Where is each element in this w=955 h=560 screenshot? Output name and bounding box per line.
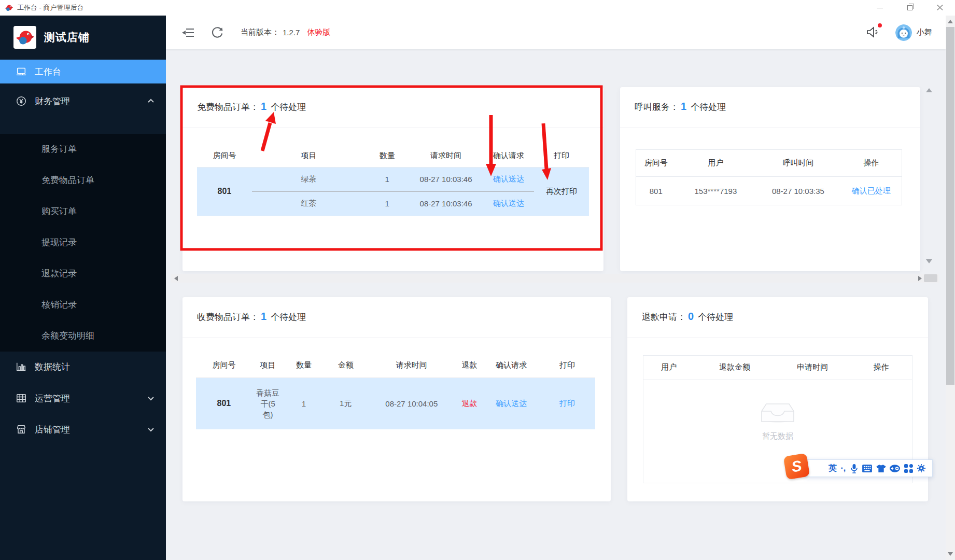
- sidebar-item-writeoff-records[interactable]: 核销记录: [41, 289, 166, 320]
- user-avatar[interactable]: [895, 24, 912, 41]
- close-button[interactable]: [925, 0, 955, 16]
- call-time: 08-27 10:03:35: [755, 177, 840, 205]
- sidebar-item-label: 店铺管理: [35, 424, 70, 436]
- ime-toolbox-icon[interactable]: [904, 464, 913, 473]
- confirm-handled-link[interactable]: 确认已处理: [852, 186, 891, 195]
- empty-text: 暂无数据: [643, 431, 912, 441]
- ime-voice-input-icon[interactable]: [850, 464, 859, 473]
- item-name: 香菇豆干(5包): [252, 377, 284, 429]
- maximize-button[interactable]: [895, 0, 925, 16]
- store-logo: [13, 26, 36, 49]
- pending-count: 1: [261, 101, 266, 113]
- sidebar-item-finance[interactable]: 财务管理: [0, 88, 166, 114]
- ime-keyboard-icon[interactable]: [862, 465, 872, 472]
- horizontal-scroll-thumb[interactable]: [924, 274, 937, 282]
- sidebar-item-statistics[interactable]: 数据统计: [0, 354, 166, 380]
- workbench-icon: [16, 66, 27, 77]
- item-name: 绿茶: [252, 167, 366, 191]
- pending-count: 0: [688, 311, 694, 323]
- app-bird-icon: [5, 4, 13, 12]
- table-header-row: 房间号 项目 数量 金额 请求时间 退款 确认请求 打印: [196, 354, 595, 377]
- confirm-delivery-link[interactable]: 确认送达: [493, 199, 524, 207]
- submenu-label: 提现记录: [41, 237, 77, 247]
- minimize-button[interactable]: [865, 0, 895, 16]
- pane-scroll-up-arrow[interactable]: [926, 88, 932, 92]
- sidebar: 测试店铺 工作台 财务管理 服务订单 免费物品订单 购买订单 提现记录 退款记录…: [0, 16, 166, 560]
- card-title-text: 退款申请：: [642, 311, 686, 323]
- col-confirm: 确认请求: [483, 145, 534, 167]
- free-orders-card: 免费物品订单： 1 个待处理 房间号 项目 数量 请求时间 确认请求 打印 80…: [182, 87, 603, 271]
- version-number: 1.2.7: [283, 28, 300, 37]
- sogou-logo-icon[interactable]: S: [783, 453, 810, 480]
- vertical-scroll-thumb[interactable]: [946, 27, 954, 385]
- sidebar-item-operations[interactable]: 运营管理: [0, 385, 166, 412]
- card-divider: [620, 128, 920, 128]
- table-row: 801 153****7193 08-27 10:03:35 确认已处理: [636, 177, 902, 205]
- ime-toolbar: 英 ·,: [805, 459, 933, 477]
- ime-extension-icon[interactable]: [917, 464, 926, 473]
- username[interactable]: 小舞: [917, 27, 932, 37]
- card-title-text: 呼叫服务：: [635, 101, 679, 113]
- card-divider: [627, 338, 928, 338]
- scroll-up-arrow[interactable]: [948, 20, 953, 23]
- vertical-scrollbar[interactable]: [946, 16, 955, 560]
- ime-game-pad-icon[interactable]: [890, 465, 900, 472]
- col-user: 用户: [643, 356, 694, 380]
- refund-link[interactable]: 退款: [461, 399, 477, 408]
- refresh-button[interactable]: [209, 25, 225, 40]
- col-action: 操作: [840, 150, 902, 177]
- chevron-down-icon: [147, 426, 155, 433]
- horizontal-scrollbar[interactable]: [171, 274, 939, 283]
- sidebar-item-refund-records[interactable]: 退款记录: [41, 258, 166, 289]
- sidebar-item-shop-management[interactable]: 店铺管理: [0, 416, 166, 443]
- sidebar-item-purchase-orders[interactable]: 购买订单: [41, 196, 166, 227]
- refresh-icon: [211, 26, 223, 39]
- paid-orders-table: 房间号 项目 数量 金额 请求时间 退款 确认请求 打印 801 香菇豆干(5包…: [196, 354, 595, 429]
- maximize-icon: [907, 5, 912, 10]
- collapse-sidebar-button[interactable]: [180, 25, 196, 40]
- reprint-link[interactable]: 再次打印: [534, 167, 589, 216]
- window-title: 工作台 - 商户管理后台: [17, 3, 84, 12]
- free-orders-table: 房间号 项目 数量 请求时间 确认请求 打印 801 绿茶 1 08-27 10…: [197, 145, 589, 216]
- sidebar-item-balance-details[interactable]: 余额变动明细: [41, 320, 166, 352]
- item-amount: 1元: [324, 377, 368, 429]
- card-title-suffix: 个待处理: [271, 101, 306, 113]
- card-title-text: 免费物品订单：: [197, 101, 259, 113]
- scroll-down-arrow[interactable]: [948, 552, 953, 556]
- card-title-suffix: 个待处理: [691, 101, 726, 113]
- col-qty: 数量: [366, 145, 409, 167]
- col-print: 打印: [534, 145, 589, 167]
- print-link[interactable]: 打印: [559, 399, 575, 408]
- col-apply-time: 申请时间: [775, 356, 850, 380]
- sidebar-item-withdraw-records[interactable]: 提现记录: [41, 227, 166, 258]
- ime-skin-icon[interactable]: [876, 464, 886, 473]
- sidebar-item-workbench[interactable]: 工作台: [0, 60, 166, 83]
- ime-language-mode[interactable]: 英: [828, 463, 837, 474]
- col-room: 房间号: [196, 354, 252, 377]
- submenu-label: 免费物品订单: [41, 175, 94, 185]
- col-refund-amount: 退款金额: [694, 356, 775, 380]
- announcement-button[interactable]: [865, 25, 881, 40]
- submenu-label: 核销记录: [41, 300, 77, 310]
- item-qty: 1: [284, 377, 324, 429]
- ime-punctuation-icon[interactable]: ·,: [840, 464, 846, 473]
- item-name: 红茶: [252, 191, 366, 216]
- paid-orders-card: 收费物品订单： 1 个待处理 房间号 项目 数量 金额 请求时间 退款 确认请求…: [182, 297, 611, 501]
- confirm-delivery-link[interactable]: 确认送达: [496, 399, 527, 408]
- pending-count: 1: [261, 311, 266, 323]
- table-header-row: 用户 退款金额 申请时间 操作: [643, 356, 912, 380]
- submenu-label: 服务订单: [41, 144, 77, 154]
- col-amount: 金额: [324, 354, 368, 377]
- col-refund: 退款: [455, 354, 483, 377]
- merchant-admin-window: 工作台 - 商户管理后台 测试店铺 工作台: [0, 0, 955, 560]
- pane-scroll-down-arrow[interactable]: [926, 259, 932, 263]
- table-header-row: 房间号 用户 呼叫时间 操作: [636, 150, 902, 177]
- scroll-right-arrow[interactable]: [918, 276, 922, 281]
- minimize-icon: [877, 8, 883, 8]
- confirm-delivery-link[interactable]: 确认送达: [493, 174, 524, 183]
- sidebar-item-free-item-orders[interactable]: 免费物品订单: [41, 165, 166, 196]
- refund-requests-title: 退款申请： 0 个待处理: [642, 311, 733, 323]
- scroll-left-arrow[interactable]: [174, 276, 178, 281]
- sidebar-item-service-orders[interactable]: 服务订单: [41, 134, 166, 165]
- version-info: 当前版本： 1.2.7 体验版: [241, 27, 330, 37]
